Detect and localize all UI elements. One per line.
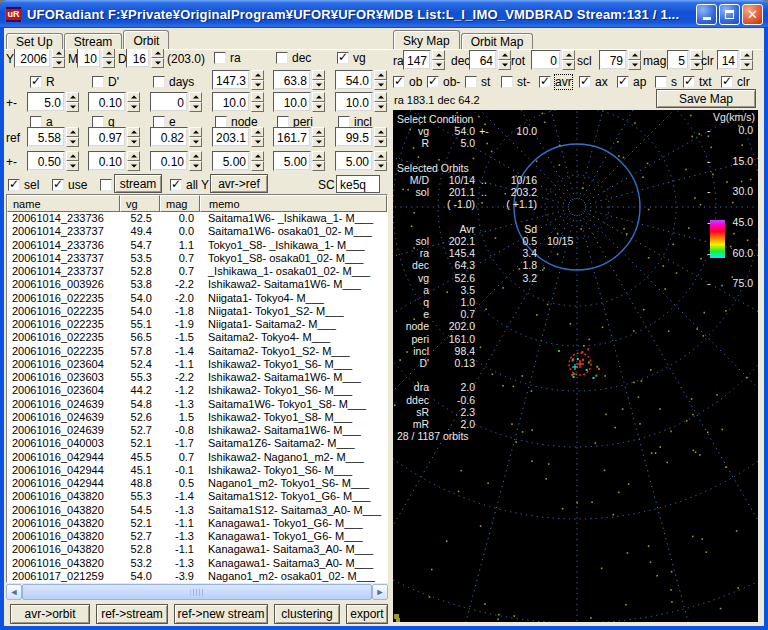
spin-up-icon[interactable]: [740, 50, 753, 60]
scroll-left-icon[interactable]: ◄: [6, 584, 22, 600]
spin-up-icon[interactable]: [189, 151, 202, 161]
spin-up-icon[interactable]: [312, 92, 325, 102]
table-row[interactable]: 20061016_02223556.5-1.5Saitama2- Tokyo4-…: [7, 331, 387, 344]
spin-up-icon[interactable]: [66, 151, 79, 161]
spin-up-icon[interactable]: [52, 48, 65, 58]
checkbox-box[interactable]: [617, 76, 629, 88]
table-row[interactable]: 20061016_04000352.1-1.7Saitama1Z6- Saita…: [7, 437, 387, 450]
checkbox-box[interactable]: [276, 52, 288, 64]
tolerance1-spinner-2-value[interactable]: 0: [150, 92, 188, 112]
table-row[interactable]: 20061016_04294445.50.7Ishikawa2- Nagano1…: [7, 451, 387, 464]
table-row[interactable]: 20061016_04382052.7-1.3Kanagawa1- Tokyo1…: [7, 530, 387, 543]
vg-ref-spinner-value[interactable]: 54.0: [335, 70, 373, 90]
tab-orbit[interactable]: Orbit: [123, 30, 169, 49]
tolerance2-spinner-0-value[interactable]: 0.50: [27, 151, 65, 171]
checkbox-days[interactable]: days: [153, 75, 194, 89]
checkbox-box[interactable]: [337, 52, 349, 64]
checkbox-sel[interactable]: sel: [8, 178, 39, 192]
tab-set-up[interactable]: Set Up: [6, 33, 63, 49]
sc-input[interactable]: ke5q: [336, 175, 380, 193]
spin-down-icon[interactable]: [312, 137, 325, 147]
checkbox-box[interactable]: [501, 76, 513, 88]
spin-up-icon[interactable]: [251, 70, 264, 80]
checkbox-box[interactable]: [655, 76, 667, 88]
q-ref-spinner-value[interactable]: 0.97: [88, 127, 126, 147]
table-row[interactable]: 20061016_02360452.4-1.1Ishikawa2- Tokyo1…: [7, 358, 387, 371]
checkbox-clr[interactable]: clr: [721, 75, 750, 89]
table-row[interactable]: 20061016_04382052.8-1.1Kanagawa1- Saitam…: [7, 543, 387, 556]
spin-up-icon[interactable]: [251, 151, 264, 161]
tab-sky-map[interactable]: Sky Map: [393, 30, 460, 49]
spin-down-icon[interactable]: [374, 102, 387, 112]
spin-down-icon[interactable]: [374, 137, 387, 147]
ra-map-spinner-value[interactable]: 147: [403, 50, 431, 70]
tab-stream[interactable]: Stream: [64, 33, 123, 49]
spin-up-icon[interactable]: [498, 50, 511, 60]
year-spinner-value[interactable]: 2006: [14, 48, 51, 68]
clr-map-spinner-value[interactable]: 14: [717, 50, 739, 70]
ref-new-stream-button[interactable]: ref->new stream: [174, 604, 268, 624]
scl-map-spinner-value[interactable]: 79: [599, 50, 627, 70]
checkbox-ax[interactable]: ax: [579, 75, 608, 89]
column-header-vg[interactable]: vg: [120, 195, 160, 212]
spin-up-icon[interactable]: [151, 48, 164, 58]
avr-orbit-button[interactable]: avr->orbit: [10, 604, 90, 624]
spin-up-icon[interactable]: [374, 127, 387, 137]
spin-up-icon[interactable]: [251, 92, 264, 102]
maximize-button[interactable]: [719, 4, 740, 25]
column-header-memo[interactable]: memo: [200, 195, 387, 212]
checkbox-use[interactable]: use: [52, 178, 87, 192]
ra-ref-spinner-value[interactable]: 147.3: [212, 70, 250, 90]
node-ref-spinner-value[interactable]: 203.1: [212, 127, 250, 147]
spin-down-icon[interactable]: [66, 102, 79, 112]
checkbox-ra[interactable]: ra: [214, 51, 241, 65]
save-map-button[interactable]: Save Map: [656, 89, 756, 108]
spin-down-icon[interactable]: [251, 102, 264, 112]
spin-down-icon[interactable]: [312, 161, 325, 171]
checkbox-txt[interactable]: txt: [683, 75, 712, 89]
table-row[interactable]: 20061016_02463952.7-0.8Ishikawa2- Saitam…: [7, 424, 387, 437]
ref-stream-button[interactable]: ref->stream: [96, 604, 168, 624]
spin-down-icon[interactable]: [374, 161, 387, 171]
spin-down-icon[interactable]: [66, 161, 79, 171]
table-row[interactable]: 20061016_02360355.3-2.2Ishikawa2- Saitam…: [7, 371, 387, 384]
peri-ref-spinner-value[interactable]: 161.7: [273, 127, 311, 147]
table-row[interactable]: 20061014_23373652.50.0Saitama1W6- _Ishik…: [7, 212, 387, 225]
table-row[interactable]: 20061016_04382055.3-1.4Saitama1S12- Toky…: [7, 490, 387, 503]
table-row[interactable]: 20061016_02360444.2-1.2Ishikawa2- Tokyo1…: [7, 384, 387, 397]
table-row[interactable]: 20061016_04294448.80.5Nagano1_m2- Tokyo1…: [7, 477, 387, 490]
spin-down-icon[interactable]: [189, 102, 202, 112]
title-bar[interactable]: uR UFORadiant F:¥Private¥OriginalProgram…: [0, 0, 768, 28]
spin-up-icon[interactable]: [127, 151, 140, 161]
tolerance2-spinner-5-value[interactable]: 5.00: [335, 151, 373, 171]
spin-down-icon[interactable]: [251, 80, 264, 90]
spin-down-icon[interactable]: [432, 60, 445, 70]
spin-down-icon[interactable]: [189, 137, 202, 147]
checkbox-box[interactable]: [8, 179, 20, 191]
spin-down-icon[interactable]: [151, 58, 164, 68]
tolerance2-spinner-3-value[interactable]: 5.00: [212, 151, 250, 171]
checkbox-box[interactable]: [427, 76, 439, 88]
spin-up-icon[interactable]: [374, 151, 387, 161]
checkbox-R[interactable]: R: [30, 75, 55, 89]
spin-down-icon[interactable]: [312, 102, 325, 112]
spin-up-icon[interactable]: [628, 50, 641, 60]
checkbox-box[interactable]: [539, 76, 551, 88]
spin-up-icon[interactable]: [374, 70, 387, 80]
tolerance1-spinner-1-value[interactable]: 0.10: [88, 92, 126, 112]
checkbox-stream[interactable]: [100, 178, 112, 192]
checkbox-vg[interactable]: vg: [337, 51, 366, 65]
spin-up-icon[interactable]: [432, 50, 445, 60]
checkbox-box[interactable]: [465, 76, 477, 88]
tolerance1-spinner-0-value[interactable]: 5.0: [27, 92, 65, 112]
spin-up-icon[interactable]: [189, 127, 202, 137]
export-button[interactable]: export: [346, 604, 388, 624]
dec-ref-spinner-value[interactable]: 63.8: [273, 70, 311, 90]
avr-to-ref-button[interactable]: avr->ref: [210, 174, 268, 193]
tab-orbit-map[interactable]: Orbit Map: [461, 33, 534, 49]
checkbox-box[interactable]: [721, 76, 733, 88]
day-spinner-value[interactable]: 16: [126, 48, 150, 68]
spin-up-icon[interactable]: [189, 92, 202, 102]
dec-map-spinner-value[interactable]: 64: [469, 50, 497, 70]
spin-down-icon[interactable]: [127, 137, 140, 147]
